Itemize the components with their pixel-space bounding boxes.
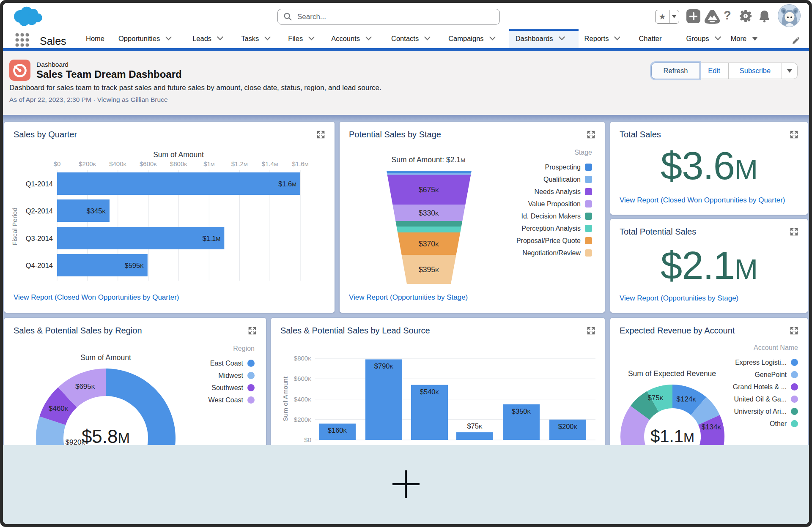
favorites-menu-button[interactable]	[669, 10, 679, 23]
panel-total-potential-sales: Total Potential Sales $2.1M View Report …	[610, 219, 808, 313]
nav-tab-leads[interactable]: Leads	[192, 29, 223, 48]
page-title: Sales Team Dream Dashboard	[36, 68, 182, 80]
chevron-down-icon	[308, 36, 315, 41]
legend-swatch	[247, 384, 255, 391]
svg-text:Sum of Amount: Sum of Amount	[282, 376, 289, 421]
setup-gear-icon[interactable]	[738, 8, 753, 24]
svg-text:$790K: $790K	[374, 362, 394, 370]
legend-item[interactable]: Proposal/Price Quote	[516, 235, 592, 247]
chevron-down-icon	[559, 36, 565, 41]
chevron-down-icon	[217, 36, 223, 41]
legend-title: Region	[233, 345, 255, 354]
nav-tab-contacts[interactable]: Contacts	[391, 29, 431, 48]
svg-text:$200K: $200K	[558, 423, 578, 430]
svg-text:$695K: $695K	[75, 382, 95, 390]
caret-down-icon	[787, 69, 792, 73]
app-launcher-icon[interactable]	[15, 33, 29, 47]
nav-tab-label: Dashboards	[516, 35, 553, 43]
nav-tab-label: Leads	[192, 35, 211, 43]
screenshot-frame: ★ ?	[0, 0, 812, 527]
global-header: ★ ?	[3, 3, 809, 29]
nav-tab-home[interactable]: Home	[86, 29, 104, 48]
legend-item[interactable]: Negotiation/Review	[522, 247, 592, 259]
legend-stage: StageProspectingQualificationNeeds Analy…	[516, 149, 592, 259]
legend-item[interactable]: Qualification	[543, 173, 592, 186]
svg-text:$600K: $600K	[140, 160, 157, 167]
legend-item[interactable]: Other	[770, 418, 798, 430]
legend-swatch	[585, 237, 592, 244]
subscribe-button[interactable]: Subscribe	[729, 63, 782, 79]
refresh-button[interactable]: Refresh	[651, 63, 700, 79]
nav-tab-label: Contacts	[391, 35, 419, 43]
legend-label: Value Proposition	[528, 200, 581, 208]
edit-button[interactable]: Edit	[700, 63, 729, 79]
app-name: Sales	[40, 35, 66, 47]
legend-item[interactable]: University of Ari...	[734, 405, 798, 418]
panel-sales-by-quarter: Sales by Quarter Sum of Amount$0$200K$40…	[4, 122, 335, 313]
legend-item[interactable]: Needs Analysis	[535, 186, 592, 198]
widget-title: Total Sales	[620, 130, 661, 139]
legend-item[interactable]: Grand Hotels & ...	[733, 381, 798, 393]
trailhead-guidance-icon[interactable]	[704, 9, 721, 25]
nav-tab-campaigns[interactable]: Campaigns	[448, 29, 495, 48]
nav-tab-groups[interactable]: Groups	[686, 29, 721, 48]
svg-text:$1.6M: $1.6M	[278, 180, 296, 188]
expand-icon[interactable]	[790, 130, 798, 139]
legend-item[interactable]: Id. Decision Makers	[521, 210, 593, 222]
widget-title: Total Potential Sales	[620, 227, 696, 237]
edit-nav-pencil-icon[interactable]	[791, 36, 801, 45]
legend-item[interactable]: Perception Analysis	[521, 222, 592, 235]
view-report-link[interactable]: View Report (Opportunities by Stage)	[620, 294, 738, 303]
crosshair-cursor-icon	[405, 470, 407, 498]
dashboard-header: Dashboard Sales Team Dream Dashboard Das…	[3, 51, 809, 115]
nav-tab-label: Files	[288, 35, 303, 43]
legend-item[interactable]: Express Logisti...	[735, 356, 798, 369]
legend-item[interactable]: United Oil & Ga...	[734, 393, 798, 405]
salesforce-logo[interactable]	[12, 5, 44, 28]
search-input[interactable]	[277, 9, 500, 25]
view-report-link[interactable]: View Report (Closed Won Opportunities by…	[620, 196, 785, 205]
nav-tab-reports[interactable]: Reports	[584, 29, 621, 48]
legend-swatch	[585, 176, 592, 183]
view-report-link[interactable]: View Report (Closed Won Opportunities by…	[14, 293, 179, 302]
svg-text:Q4-2014: Q4-2014	[26, 262, 53, 269]
svg-text:$800K: $800K	[170, 160, 187, 167]
svg-text:$1.2M: $1.2M	[231, 160, 248, 167]
nav-tab-more[interactable]: More	[731, 29, 758, 48]
nav-tab-files[interactable]: Files	[288, 29, 315, 48]
search-icon	[283, 12, 292, 21]
view-report-link[interactable]: View Report (Opportunities by Stage)	[349, 293, 468, 302]
metric-total-potential-sales: $2.1M	[610, 243, 808, 288]
nav-tab-chatter[interactable]: Chatter	[639, 29, 661, 48]
nav-tab-dashboards[interactable]: Dashboards	[509, 29, 579, 48]
legend-item[interactable]: Midwest	[218, 369, 255, 382]
global-actions-button[interactable]	[686, 9, 700, 23]
svg-text:$0: $0	[54, 160, 61, 167]
legend-swatch	[585, 164, 592, 171]
legend-item[interactable]: Southwest	[211, 382, 255, 394]
expand-icon[interactable]	[790, 227, 798, 236]
legend-swatch	[585, 213, 592, 220]
user-avatar[interactable]	[778, 4, 801, 27]
legend-item[interactable]: Value Proposition	[528, 198, 592, 210]
favorite-star-button[interactable]: ★	[656, 10, 669, 23]
nav-tab-accounts[interactable]: Accounts	[331, 29, 372, 48]
legend-title: Stage	[574, 149, 592, 158]
notifications-bell-icon[interactable]	[757, 9, 771, 23]
legend-swatch	[247, 360, 255, 367]
svg-text:$160K: $160K	[328, 426, 347, 434]
help-icon[interactable]: ?	[724, 8, 731, 22]
svg-text:Q1-2014: Q1-2014	[26, 180, 53, 188]
nav-tab-tasks[interactable]: Tasks	[241, 29, 271, 48]
legend-item[interactable]: East Coast	[210, 357, 255, 369]
legend-item[interactable]: Prospecting	[545, 161, 593, 173]
legend-label: Perception Analysis	[521, 225, 581, 232]
nav-tab-opportunities[interactable]: Opportunities	[118, 29, 172, 48]
more-actions-button[interactable]	[782, 63, 798, 79]
legend-label: GenePoint	[754, 371, 787, 379]
bar-chart-sales-by-quarter[interactable]: Sum of Amount$0$200K$400K$600K$800K$1M$1…	[4, 122, 335, 314]
legend-item[interactable]: GenePoint	[754, 369, 798, 381]
legend-label: Southwest	[211, 384, 243, 392]
legend-item[interactable]: West Coast	[208, 394, 255, 406]
dashboard-icon	[9, 60, 30, 81]
